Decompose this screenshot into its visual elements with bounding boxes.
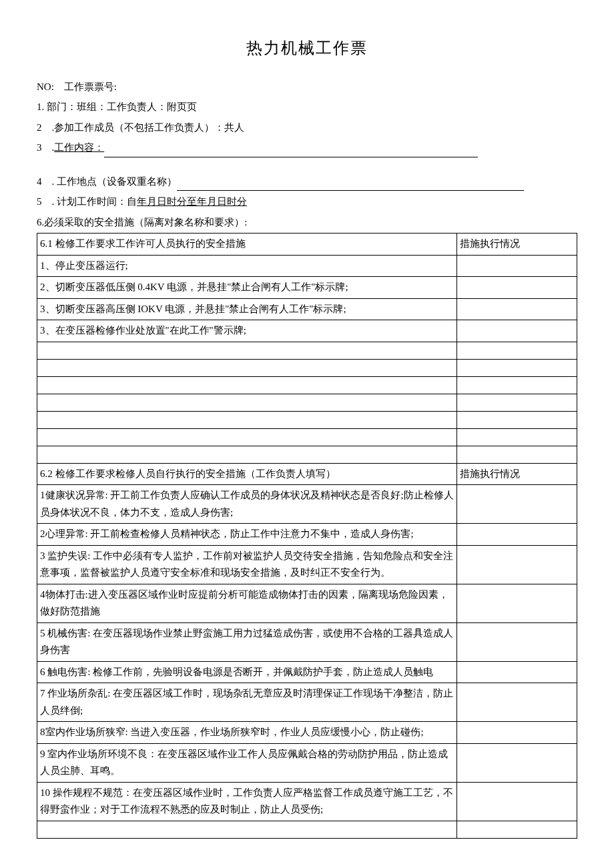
table-62-header-row: 6.2 检修工作要求检修人员自行执行的安全措施（工作负责人填写） 措施执行情况 [37,463,577,485]
table-row [37,359,577,376]
table-row [37,446,577,463]
cell-measure: 1健康状况异常: 开工前工作负责人应确认工作成员的身体状况及精神状态是否良好;防… [37,485,457,524]
table-row: 3、在变压器检修作业处放置"在此工作"警示牌; [37,320,577,342]
table-row: 7 作业场所杂乱: 在变压器区域工作时，现场杂乱无章应及时清理保证工作现场干净整… [37,683,577,722]
cell-status [457,411,577,428]
cell-status [457,683,577,722]
cell-measure [37,821,457,838]
cell-measure [37,376,457,394]
table-row: 1、停止变压器运行; [37,255,577,277]
cell-measure: 3、切断变压器高压侧 IOKV 电源，并悬挂"禁止合闸有人工作"标示牌; [37,298,457,320]
table-row: 2心理异常: 开工前检查检修人员精神状态，防止工作中注意力不集中，造成人身伤害; [37,524,577,546]
cell-measure: 2心理异常: 开工前检查检修人员精神状态，防止工作中注意力不集中，造成人身伤害; [37,524,457,546]
cell-status [457,446,577,463]
cell-measure: 6 触电伤害: 检修工作前，先验明设备电源是否断开，并佩戴防护手套，防止造成人员… [37,661,457,683]
table-row: 5 机械伤害: 在变压器现场作业禁止野蛮施工用力过猛造成伤害，或使用不合格的工器… [37,622,577,661]
line-members: 2 .参加工作成员（不包括工作负责人）：共人 [37,118,577,137]
schedule-prefix: 5 . 计划工作时间：自 [37,196,137,207]
cell-status [457,821,577,838]
cell-measure [37,411,457,428]
table-row [37,376,577,394]
cell-status [457,722,577,744]
cell-measure: 10 操作规程不规范：在变压器区域作业时，工作负责人应严格监督工作成员遵守施工工… [37,782,457,821]
table-row: 3、切断变压器高压侧 IOKV 电源，并悬挂"禁止合闸有人工作"标示牌; [37,298,577,320]
cell-status [457,359,577,376]
cell-measure [37,394,457,411]
content-blank [104,157,478,157]
cell-status [457,485,577,524]
cell-measure [37,359,457,376]
cell-measure: 5 机械伤害: 在变压器现场作业禁止野蛮施工用力过猛造成伤害，或使用不合格的工器… [37,622,457,661]
table-row: 4物体打击:进入变压器区域作业时应提前分析可能造成物体打击的因素，隔离现场危险因… [37,584,577,622]
line-dept: 1. 部门：班组：工作负责人：附页页 [37,97,577,117]
table-row: 9 室内作业场所环境不良：在变压器区域作业工作人员应佩戴合格的劳动防护用品，防止… [37,743,577,782]
cell-status [457,394,577,411]
line-content-prefix: 3 . [37,142,54,153]
cell-measure [37,446,457,463]
table-row [37,394,577,411]
line-content: 3 .工作内容： [37,138,577,157]
cell-status [457,342,577,359]
cell-measure: 4物体打击:进入变压器区域作业时应提前分析可能造成物体打击的因素，隔离现场危险因… [37,584,457,622]
cell-measure: 3 监护失误: 工作中必须有专人监护，工作前对被监护人员交待安全措施，告知危险点… [37,545,457,584]
cell-measure: 7 作业场所杂乱: 在变压器区域工作时，现场杂乱无章应及时清理保证工作现场干净整… [37,683,457,722]
table-row: 2、切断变压器低压侧 0.4KV 电源，并悬挂"禁止合闸有人工作"标示牌; [37,277,577,299]
line-no: NO: 工作票票号: [37,77,577,97]
table-61: 6.1 检修工作要求工作许可人员执行的安全措施 措施执行情况 1、停止变压器运行… [37,233,577,839]
cell-status [457,428,577,446]
line-location: 4 . 工作地点（设备双重名称） [37,172,577,191]
cell-status [457,661,577,683]
table-row [37,428,577,446]
cell-measure: 9 室内作业场所环境不良：在变压器区域作业工作人员应佩戴合格的劳动防护用品，防止… [37,743,457,782]
cell-status [457,298,577,320]
table-row [37,411,577,428]
table-row: 6 触电伤害: 检修工作前，先验明设备电源是否断开，并佩戴防护手套，防止造成人员… [37,661,577,683]
line-content-label: 工作内容： [54,142,104,153]
table-61-header-left: 6.1 检修工作要求工作许可人员执行的安全措施 [37,234,457,256]
table-row: 8室内作业场所狭窄: 当进入变压器，作业场所狭窄时，作业人员应缓慢小心，防止碰伤… [37,722,577,744]
cell-status [457,782,577,821]
table-row [37,821,577,838]
location-blank [177,190,524,191]
cell-status [457,743,577,782]
table-62-header-left: 6.2 检修工作要求检修人员自行执行的安全措施（工作负责人填写） [37,463,457,485]
table-61-header-right: 措施执行情况 [457,234,577,256]
table-62-header-right: 措施执行情况 [457,463,577,485]
cell-status [457,545,577,584]
table-row: 10 操作规程不规范：在变压器区域作业时，工作负责人应严格监督工作成员遵守施工工… [37,782,577,821]
table-row: 1健康状况异常: 开工前工作负责人应确认工作成员的身体状况及精神状态是否良好;防… [37,485,577,524]
table-61-header-row: 6.1 检修工作要求工作许可人员执行的安全措施 措施执行情况 [37,234,577,256]
cell-status [457,622,577,661]
table-row [37,342,577,359]
table-row: 3 监护失误: 工作中必须有专人监护，工作前对被监护人员交待安全措施，告知危险点… [37,545,577,584]
line-safety-header: 6.必须采取的安全措施（隔离对象名称和要求）: [37,213,577,232]
cell-status [457,584,577,622]
cell-measure: 1、停止变压器运行; [37,255,457,277]
cell-measure [37,342,457,359]
cell-measure: 2、切断变压器低压侧 0.4KV 电源，并悬挂"禁止合闸有人工作"标示牌; [37,277,457,299]
page-title: 热力机械工作票 [37,33,577,64]
cell-status [457,320,577,342]
cell-status [457,255,577,277]
cell-measure [37,428,457,446]
schedule-range: 年月日时分至年月日时分 [137,196,247,207]
cell-status [457,376,577,394]
cell-status [457,524,577,546]
line-schedule: 5 . 计划工作时间：自年月日时分至年月日时分 [37,192,577,211]
cell-status [457,277,577,299]
cell-measure: 8室内作业场所狭窄: 当进入变压器，作业场所狭窄时，作业人员应缓慢小心，防止碰伤… [37,722,457,744]
line-location-label: 4 . 工作地点（设备双重名称） [37,176,177,187]
cell-measure: 3、在变压器检修作业处放置"在此工作"警示牌; [37,320,457,342]
